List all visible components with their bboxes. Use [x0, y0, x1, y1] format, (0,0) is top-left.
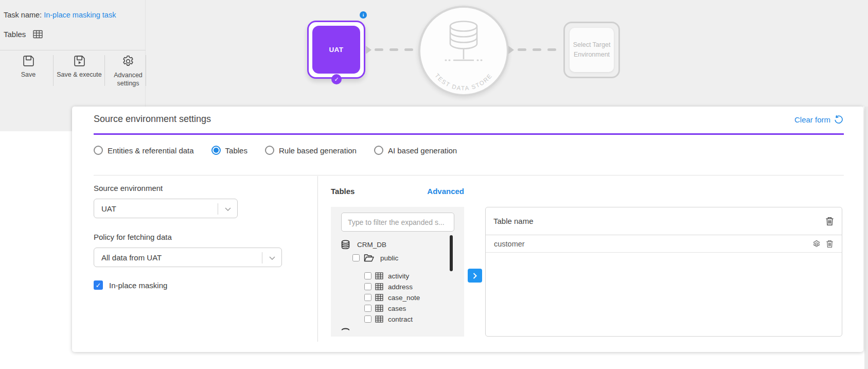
- toolbar-separator: [104, 55, 105, 86]
- checkbox-unchecked-icon[interactable]: [364, 294, 371, 301]
- dropdown-divider: [262, 252, 262, 263]
- workflow-target-node[interactable]: Select Target Environment: [563, 22, 620, 78]
- trash-icon[interactable]: [826, 240, 834, 248]
- tree-scrollbar-thumb[interactable]: [450, 235, 453, 271]
- info-icon[interactable]: i: [360, 11, 367, 19]
- tree-node-table[interactable]: address: [364, 281, 413, 292]
- dropdown-divider: [218, 203, 218, 215]
- tables-tree-panel: CRM_DB public activity: [331, 207, 464, 337]
- radio-entities-referential[interactable]: Entities & referential data: [94, 146, 194, 155]
- mode-label: Tables: [4, 30, 26, 39]
- generation-mode-radios: Entities & referential data Tables Rule …: [94, 146, 457, 155]
- flow-dashed-connector: [518, 48, 556, 51]
- clear-form-button[interactable]: Clear form: [794, 115, 843, 124]
- tree-node-table[interactable]: cases: [364, 303, 406, 314]
- source-environment-value: UAT: [101, 204, 116, 213]
- inplace-masking-label: In-place masking: [109, 281, 167, 290]
- gear-icon[interactable]: [812, 240, 821, 248]
- tree-node-table[interactable]: activity: [364, 270, 409, 282]
- advanced-link[interactable]: Advanced: [427, 187, 464, 196]
- tree-node-label: case_note: [388, 294, 420, 302]
- flow-dashed-connector: [375, 48, 413, 51]
- checkbox-unchecked-icon[interactable]: [364, 305, 371, 312]
- save-button[interactable]: Save: [6, 55, 50, 79]
- tables-section-title: Tables: [331, 187, 355, 196]
- table-row-name: customer: [494, 240, 525, 248]
- radio-label: Entities & referential data: [108, 146, 194, 155]
- database-icon: [341, 240, 350, 250]
- tree-node-label: cases: [388, 305, 406, 312]
- tables-section-header: Tables Advanced: [331, 187, 464, 196]
- target-node-label: Select Target Environment: [570, 28, 614, 72]
- table-grid-icon: [375, 305, 383, 312]
- radio-rule-based[interactable]: Rule based generation: [265, 146, 357, 155]
- task-name-link[interactable]: In-place masking task: [44, 11, 116, 19]
- section-divider: [94, 175, 844, 175]
- radio-icon[interactable]: [374, 146, 383, 155]
- flow-arrow-icon: [508, 46, 514, 54]
- database-icon: [446, 22, 482, 61]
- tree-node-table[interactable]: case_note: [364, 292, 420, 303]
- source-environment-select[interactable]: UAT: [94, 199, 238, 218]
- chevron-down-icon[interactable]: [269, 256, 275, 260]
- move-selected-button[interactable]: [468, 269, 482, 283]
- radio-tables[interactable]: Tables: [211, 146, 247, 155]
- mode-row: Tables: [4, 30, 43, 39]
- workflow-test-data-store-node[interactable]: TEST DATA STORE: [418, 6, 509, 96]
- table-row[interactable]: customer: [486, 235, 842, 253]
- clear-form-label: Clear form: [794, 115, 830, 124]
- flow-arrow-icon: [366, 46, 371, 54]
- check-icon: ✓: [331, 74, 342, 84]
- advanced-settings-label: Advanced settings: [106, 71, 150, 88]
- table-grid-icon: [375, 283, 383, 290]
- reset-icon: [834, 115, 843, 124]
- workflow-source-node-label: UAT: [312, 26, 360, 74]
- radio-icon[interactable]: [94, 146, 103, 155]
- table-grid-icon: [375, 315, 383, 323]
- chevron-right-icon: [473, 273, 477, 279]
- save-execute-label: Save & execute: [57, 71, 102, 79]
- radio-icon-selected[interactable]: [211, 146, 221, 155]
- table-grid-icon: [375, 294, 383, 301]
- save-button-label: Save: [21, 71, 36, 79]
- radio-ai-based[interactable]: AI based generation: [374, 146, 457, 155]
- inplace-masking-checkbox-row[interactable]: ✓ In-place masking: [94, 280, 289, 290]
- tree-filter-input[interactable]: [341, 213, 454, 232]
- chevron-down-icon[interactable]: [225, 207, 231, 211]
- workflow-source-node[interactable]: UAT: [307, 21, 365, 79]
- save-execute-icon: [73, 55, 86, 67]
- svg-text:TEST DATA STORE: TEST DATA STORE: [434, 73, 493, 92]
- tree-node-label: activity: [388, 272, 409, 280]
- checkbox-unchecked-icon[interactable]: [364, 315, 371, 323]
- source-environment-settings-panel: Source environment settings Clear form E…: [72, 107, 863, 352]
- database-icon-partial: [341, 326, 350, 330]
- source-form: Source environment UAT Policy for fetchi…: [94, 184, 289, 290]
- save-execute-button[interactable]: Save & execute: [56, 55, 102, 79]
- checkbox-unchecked-icon[interactable]: [364, 272, 371, 279]
- page-scrollbar-track[interactable]: [864, 107, 868, 369]
- checkbox-checked-icon[interactable]: ✓: [94, 280, 103, 290]
- policy-select[interactable]: All data from UAT: [94, 248, 282, 267]
- tree-node-schema[interactable]: public: [352, 252, 398, 263]
- table-grid-icon: [375, 272, 383, 279]
- advanced-settings-button[interactable]: Advanced settings: [106, 55, 150, 88]
- tree-node-label: public: [380, 254, 398, 262]
- selected-tables-panel: Table name customer: [485, 207, 842, 337]
- vertical-divider: [317, 176, 318, 342]
- checkbox-unchecked-icon[interactable]: [352, 254, 360, 261]
- page-title: Source environment settings: [94, 114, 211, 125]
- table-name-header: Table name: [493, 217, 534, 225]
- selected-tables-header: Table name: [486, 207, 842, 235]
- task-name-row: Task name: In-place masking task: [4, 11, 116, 19]
- radio-label: AI based generation: [388, 146, 457, 155]
- trash-icon[interactable]: [825, 217, 834, 226]
- tree-node-table[interactable]: contract: [364, 313, 413, 325]
- source-environment-label: Source environment: [94, 184, 289, 192]
- checkbox-unchecked-icon[interactable]: [364, 283, 371, 290]
- radio-icon[interactable]: [265, 146, 274, 155]
- policy-label: Policy for fetching data: [94, 233, 289, 241]
- toolbar-separator: [53, 55, 54, 86]
- tree-node-label: CRM_DB: [357, 241, 386, 249]
- app-root: Task name: In-place masking task Tables …: [0, 0, 868, 369]
- tree-node-database[interactable]: CRM_DB: [341, 239, 386, 250]
